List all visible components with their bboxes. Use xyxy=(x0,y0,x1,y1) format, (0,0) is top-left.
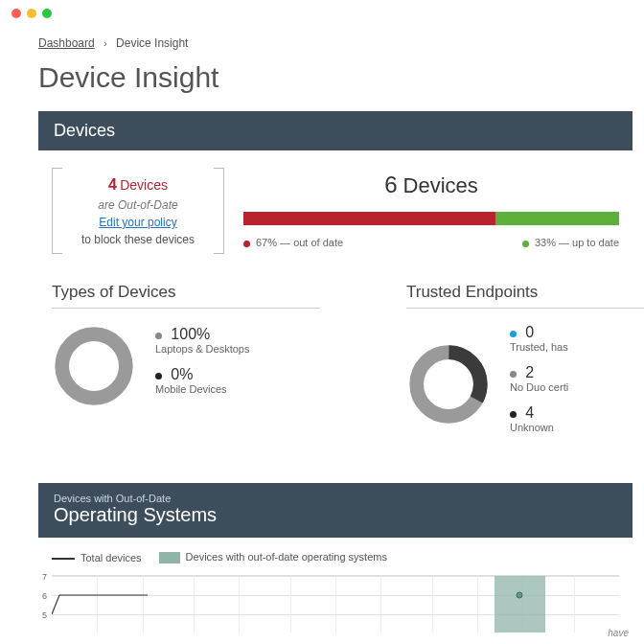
out-of-date-count: 4 xyxy=(108,176,117,193)
devices-total-count: 6 xyxy=(384,172,397,197)
os-header-big: Operating Systems xyxy=(54,504,617,526)
ytick-6: 6 xyxy=(42,591,47,601)
dot-gray-icon xyxy=(155,333,162,339)
bar-legend-up: 33% — up to date xyxy=(522,237,619,248)
bar-legend-out: 67% — out of date xyxy=(243,237,343,248)
breadcrumb: Dashboard › Device Insight xyxy=(38,36,632,50)
devices-total-title: 6 Devices xyxy=(243,172,619,198)
dot-black-icon xyxy=(155,373,162,380)
chevron-right-icon: › xyxy=(104,37,107,49)
trusted-donut-chart xyxy=(406,342,491,426)
dot-blue-icon xyxy=(510,331,517,337)
devices-section-body: 4 Devices are Out-of-Date Edit your poli… xyxy=(38,150,632,466)
highlight-bar xyxy=(494,576,545,632)
trusted-entry-0: 0 Trusted, has xyxy=(510,324,568,353)
edit-policy-link[interactable]: Edit your policy xyxy=(99,216,176,229)
svg-point-0 xyxy=(62,334,126,399)
dot-gray-icon xyxy=(510,371,517,378)
maximize-icon[interactable] xyxy=(42,9,52,18)
trusted-endpoints-panel: Trusted Endpoints 0 Trusted, has xyxy=(406,283,644,445)
trusted-entry-2: 4 Unknown xyxy=(510,404,568,433)
out-of-date-callout: 4 Devices are Out-of-Date Edit your poli… xyxy=(52,168,224,254)
os-section-header: Devices with Out-of-Date Operating Syste… xyxy=(38,483,632,538)
legend-total-devices: Total devices xyxy=(52,552,142,564)
types-entry-mobile: 0% Mobile Devices xyxy=(155,366,249,395)
svg-point-3 xyxy=(517,592,522,598)
devices-section-header: Devices xyxy=(38,111,632,150)
types-title: Types of Devices xyxy=(52,283,320,309)
total-devices-line xyxy=(52,576,148,633)
close-icon[interactable] xyxy=(12,9,21,18)
dot-black-icon xyxy=(510,411,517,418)
types-of-devices-panel: Types of Devices 100% Laptops & Desktops xyxy=(52,283,320,445)
os-section-body: Total devices Devices with out-of-date o… xyxy=(38,538,632,636)
os-chart-legend: Total devices Devices with out-of-date o… xyxy=(52,551,619,564)
legend-ood-devices: Devices with out-of-date operating syste… xyxy=(159,551,387,564)
line-key-icon xyxy=(52,558,75,560)
ytick-7: 7 xyxy=(42,572,47,582)
devices-status-bar xyxy=(243,212,619,225)
types-donut-chart xyxy=(52,324,136,408)
devices-bar-area: 6 Devices 67% — out of date 33% — up to … xyxy=(243,168,619,248)
bar-up-to-date xyxy=(495,212,619,225)
dot-red-icon xyxy=(243,241,250,247)
page-title: Device Insight xyxy=(38,61,632,94)
types-entry-laptops: 100% Laptops & Desktops xyxy=(155,326,249,355)
dot-green-icon xyxy=(522,241,529,247)
breadcrumb-current: Device Insight xyxy=(116,36,188,50)
box-key-icon xyxy=(159,552,180,564)
devices-total-word: Devices xyxy=(403,173,478,197)
data-point-marker xyxy=(515,590,524,600)
breadcrumb-root-link[interactable]: Dashboard xyxy=(38,36,95,50)
os-mini-chart: 7 6 5 have xyxy=(52,575,619,632)
chart-footnote: have xyxy=(608,628,629,638)
out-of-date-subtitle: are Out-of-Date xyxy=(69,196,207,214)
trusted-entry-1: 2 No Duo certi xyxy=(510,364,568,393)
out-of-date-devices-word: Devices xyxy=(120,177,168,193)
minimize-icon[interactable] xyxy=(27,9,36,18)
os-header-small: Devices with Out-of-Date xyxy=(54,493,617,504)
ytick-5: 5 xyxy=(42,610,47,620)
policy-subtext: to block these devices xyxy=(69,231,207,248)
bar-out-of-date xyxy=(243,212,495,225)
trusted-title: Trusted Endpoints xyxy=(406,283,644,309)
window-titlebar xyxy=(0,0,644,27)
